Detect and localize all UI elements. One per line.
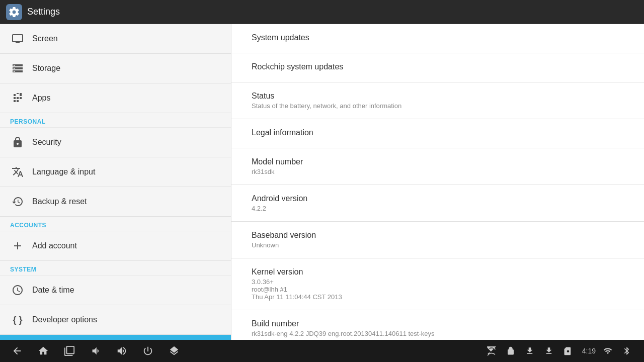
sidebar-item-add-account-label: Add account [32, 241, 77, 250]
sidebar-item-language[interactable]: Language & input [0, 157, 231, 187]
wifi-icon [601, 344, 615, 358]
sidebar-item-datetime-label: Date & time [32, 286, 74, 295]
sidebar-item-about[interactable]: About device [0, 335, 231, 340]
sidebar-item-security-label: Security [32, 138, 61, 147]
power-button[interactable] [141, 344, 155, 358]
settings-app-icon [6, 4, 22, 20]
baseband-title: Baseband version [252, 231, 624, 240]
kernel-title: Kernel version [252, 267, 624, 277]
datetime-icon [10, 283, 25, 298]
bottom-bar: 4:19 [0, 340, 644, 362]
status-bar-icons: 4:19 [485, 344, 634, 358]
screen-icon [10, 31, 25, 46]
time-display: 4:19 [582, 347, 596, 355]
legal-title: Legal information [252, 128, 624, 137]
wifi-off-icon [485, 344, 499, 358]
developer-icon: { } [10, 312, 25, 327]
page-title: Settings [27, 7, 60, 17]
main-layout: Screen Storage Apps PERSONAL [0, 24, 644, 340]
content-rockchip-updates[interactable]: Rockchip system updates [231, 53, 644, 82]
back-button[interactable] [10, 344, 24, 358]
accounts-section-header: ACCOUNTS [0, 217, 231, 231]
sim-icon [561, 344, 575, 358]
rockchip-updates-title: Rockchip system updates [252, 62, 624, 71]
apps-icon [10, 90, 25, 106]
build-title: Build number [252, 319, 624, 328]
sidebar-item-datetime[interactable]: Date & time [0, 276, 231, 305]
content-status[interactable]: Status Status of the battery, network, a… [231, 82, 644, 119]
storage-icon [10, 61, 25, 76]
kernel-subtitle: 3.0.36+ root@lhh #1 Thu Apr 11 11:04:44 … [252, 278, 624, 301]
sidebar-item-developer[interactable]: { } Developer options [0, 305, 231, 335]
sidebar-item-security[interactable]: Security [0, 128, 231, 157]
sidebar-item-storage[interactable]: Storage [0, 54, 231, 83]
layers-button[interactable] [167, 344, 181, 358]
sidebar-item-backup-label: Backup & reset [32, 197, 87, 206]
sidebar-item-apps-label: Apps [32, 94, 50, 103]
status-title: Status [252, 92, 624, 101]
volume-up-button[interactable] [115, 344, 129, 358]
bluetooth-icon [620, 344, 634, 358]
content-system-updates[interactable]: System updates [231, 24, 644, 53]
title-bar: Settings [0, 0, 644, 24]
home-button[interactable] [36, 344, 50, 358]
baseband-subtitle: Unknown [252, 241, 624, 249]
sidebar-item-storage-label: Storage [32, 64, 60, 73]
add-icon [10, 238, 25, 253]
language-icon [10, 164, 25, 179]
sidebar-item-screen-label: Screen [32, 34, 58, 43]
sidebar-item-language-label: Language & input [32, 167, 95, 176]
system-section-header: SYSTEM [0, 261, 231, 276]
lock-icon [504, 344, 518, 358]
status-subtitle: Status of the battery, network, and othe… [252, 102, 624, 110]
content-build[interactable]: Build number rk31sdk-eng 4.2.2 JDQ39 eng… [231, 310, 644, 340]
download-icon [523, 344, 537, 358]
content-area: System updates Rockchip system updates S… [231, 24, 644, 340]
build-subtitle: rk31sdk-eng 4.2.2 JDQ39 eng.root.2013041… [252, 330, 624, 337]
sidebar-item-screen[interactable]: Screen [0, 24, 231, 54]
content-model[interactable]: Model number rk31sdk [231, 148, 644, 185]
model-title: Model number [252, 157, 624, 166]
content-kernel[interactable]: Kernel version 3.0.36+ root@lhh #1 Thu A… [231, 258, 644, 310]
sidebar-item-apps[interactable]: Apps [0, 83, 231, 113]
personal-section-header: PERSONAL [0, 113, 231, 128]
android-version-title: Android version [252, 194, 624, 203]
content-baseband[interactable]: Baseband version Unknown [231, 222, 644, 258]
download2-icon [542, 344, 556, 358]
system-updates-title: System updates [252, 33, 624, 42]
content-legal[interactable]: Legal information [231, 119, 644, 148]
bottom-nav-icons [10, 344, 181, 358]
sidebar: Screen Storage Apps PERSONAL [0, 24, 231, 340]
security-icon [10, 135, 25, 150]
sidebar-item-developer-label: Developer options [32, 315, 97, 324]
recents-button[interactable] [62, 344, 76, 358]
backup-icon [10, 194, 25, 209]
model-subtitle: rk31sdk [252, 168, 624, 175]
sidebar-item-add-account[interactable]: Add account [0, 231, 231, 261]
content-android-version[interactable]: Android version 4.2.2 [231, 185, 644, 222]
sidebar-item-backup[interactable]: Backup & reset [0, 187, 231, 217]
android-version-subtitle: 4.2.2 [252, 205, 624, 212]
volume-down-button[interactable] [89, 344, 103, 358]
